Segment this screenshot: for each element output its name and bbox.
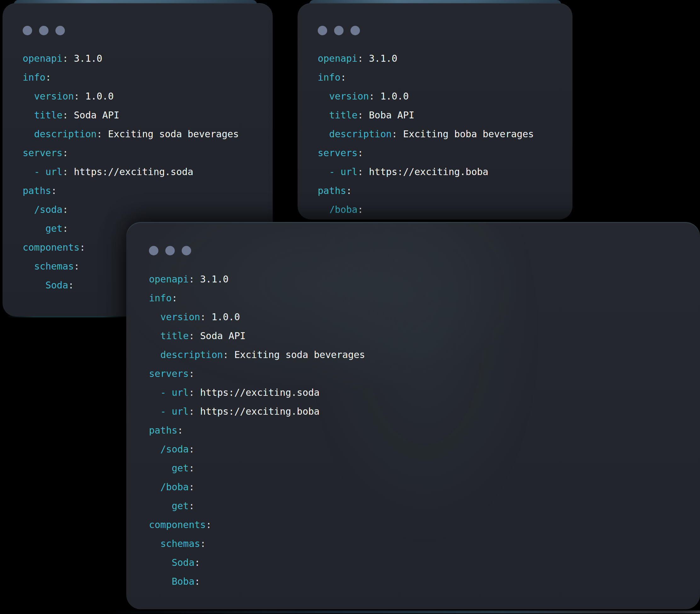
code-token: 1.0.0 [80,91,114,102]
code-token [149,538,160,549]
code-token [318,128,329,139]
code-token: description [329,128,392,139]
code-token: : [195,557,200,568]
window-controls [318,26,360,35]
code-token: - [329,166,340,177]
code-token: schemas [160,538,200,549]
code-token [149,481,160,492]
window-control-dot-icon[interactable] [165,246,175,255]
code-token: https://exciting.boba [363,166,488,177]
code-token: title [34,110,62,121]
code-token: : [200,538,206,549]
code-token: Soda API [195,330,246,341]
code-token: /soda [160,444,189,455]
code-token: /boba [329,204,358,213]
code-token: : [177,425,183,436]
code-window-boba-api: openapi: 3.1.0info: version: 1.0.0 title… [298,3,573,220]
code-token: get [172,500,189,511]
code-token: Soda [45,280,68,291]
code-token: url [172,387,189,398]
window-control-dot-icon[interactable] [149,246,158,255]
code-token: Boba API [363,110,415,121]
code-line: info: [149,289,692,308]
window-control-dot-icon[interactable] [350,26,360,35]
code-token [149,557,172,568]
code-line: info: [318,68,565,87]
code-token [23,128,34,139]
code-token [149,576,172,587]
accent-bottom-glow-line [104,611,700,613]
code-token: : [195,576,200,587]
code-token [23,91,34,102]
code-token [149,444,160,455]
code-token: : [189,274,194,285]
code-token: get [172,463,189,474]
window-control-dot-icon[interactable] [182,246,191,255]
code-token: : [223,349,229,360]
code-token: openapi [318,53,358,64]
code-token [23,204,34,215]
window-control-dot-icon[interactable] [318,26,327,35]
code-token: url [340,166,358,177]
code-token: paths [318,185,346,196]
code-token: : [68,280,74,291]
yaml-code-boba: openapi: 3.1.0info: version: 1.0.0 title… [318,49,565,213]
window-control-dot-icon[interactable] [23,26,32,35]
code-token: version [160,311,200,323]
code-token: : [189,387,194,398]
code-token: Exciting soda beverages [102,128,239,139]
code-token: servers [149,368,189,379]
code-token: url [45,166,62,177]
code-token: : [74,261,80,272]
code-line: Soda: [149,553,692,572]
code-token: /soda [34,204,62,215]
code-token [318,91,329,102]
code-token: servers [23,147,62,159]
code-token: /boba [160,481,189,492]
code-line: /soda: [149,440,692,459]
code-token: Soda [172,557,194,568]
code-token: paths [23,185,51,196]
code-line: paths: [149,421,692,440]
code-token: info [23,72,45,83]
code-token: 1.0.0 [375,91,409,102]
code-token: : [45,72,51,83]
code-token: 3.1.0 [195,274,229,285]
code-token: description [160,349,223,360]
code-token: : [358,53,363,64]
code-token: 1.0.0 [206,311,240,323]
code-line: description: Exciting soda beverages [149,346,692,364]
code-line: version: 1.0.0 [149,308,692,327]
code-token: : [189,330,194,341]
code-token: Soda API [68,110,120,121]
code-token [23,261,34,272]
code-token: : [62,223,68,234]
code-token: : [369,91,375,102]
code-line: title: Soda API [149,327,692,346]
code-line: get: [149,459,692,478]
code-token: version [329,91,369,102]
code-token: https://exciting.boba [195,406,320,417]
code-token: description [34,128,97,139]
code-line: openapi: 3.1.0 [149,270,692,289]
code-token: get [45,223,62,234]
window-control-dot-icon[interactable] [55,26,65,35]
code-token [23,166,34,177]
window-control-dot-icon[interactable] [39,26,49,35]
code-line: paths: [318,181,565,200]
code-token [23,280,45,291]
code-line: servers: [318,143,565,162]
code-token: components [23,242,80,253]
code-token: : [189,368,194,379]
code-token: : [62,166,68,177]
code-token [149,311,160,323]
code-token: title [160,330,189,341]
code-token: : [80,242,85,253]
window-controls [23,26,65,35]
code-token: info [318,72,340,83]
code-token [149,349,160,360]
code-token [318,110,329,121]
window-control-dot-icon[interactable] [334,26,343,35]
code-token [318,204,329,213]
code-token: : [172,292,177,303]
